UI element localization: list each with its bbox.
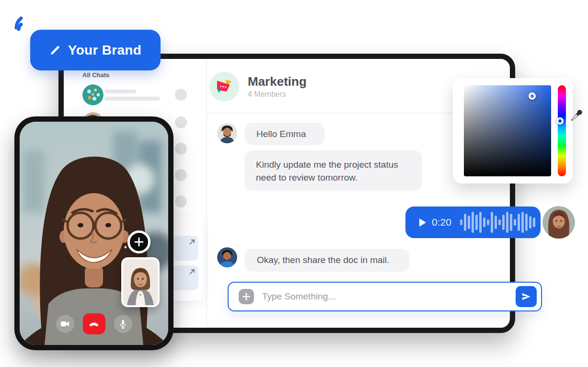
waveform-bar bbox=[498, 219, 501, 225]
waveform-bar bbox=[483, 218, 485, 227]
message-composer bbox=[228, 282, 542, 311]
waveform-bar bbox=[533, 218, 535, 227]
megaphone-logo-icon bbox=[215, 77, 234, 96]
waveform-bar bbox=[529, 216, 531, 229]
hue-slider[interactable] bbox=[558, 85, 566, 176]
waveform-bar bbox=[510, 214, 512, 231]
marketing-hero: All Chats bbox=[0, 0, 588, 367]
waveform-bar bbox=[475, 215, 478, 230]
message-bubble: Kindly update me the project status need… bbox=[244, 150, 422, 191]
mic-toggle-button[interactable] bbox=[114, 315, 132, 333]
waveform-bar bbox=[479, 212, 482, 233]
waveform-bar bbox=[464, 214, 466, 231]
voice-waveform bbox=[460, 212, 535, 233]
send-icon bbox=[521, 291, 531, 302]
channel-title: Marketing bbox=[248, 74, 307, 89]
your-brand-button[interactable]: Your Brand bbox=[30, 30, 161, 70]
chat-badge-placeholder bbox=[175, 89, 187, 101]
waveform-bar bbox=[472, 212, 474, 233]
voice-message-bubble[interactable]: 0:20 bbox=[405, 206, 541, 238]
chat-badge-placeholder bbox=[175, 143, 187, 155]
chat-list-item[interactable] bbox=[77, 84, 195, 111]
plus-icon bbox=[242, 293, 250, 300]
saturation-selector[interactable] bbox=[529, 92, 536, 100]
self-video bbox=[123, 259, 158, 305]
waveform-bar bbox=[521, 212, 524, 233]
sender-avatar bbox=[217, 247, 237, 267]
camera-toggle-button[interactable] bbox=[56, 315, 74, 333]
hangup-button[interactable] bbox=[83, 313, 105, 334]
send-button[interactable] bbox=[516, 286, 537, 307]
chat-badge-placeholder bbox=[175, 169, 187, 181]
eyedropper-icon[interactable] bbox=[565, 107, 585, 129]
sender-avatar bbox=[217, 123, 237, 143]
call-controls bbox=[20, 313, 168, 334]
channel-member-count: 4 Members bbox=[248, 90, 286, 99]
group-avatar bbox=[82, 84, 104, 105]
plus-icon bbox=[134, 237, 144, 247]
add-participant-button[interactable] bbox=[127, 230, 150, 253]
waveform-bar bbox=[506, 212, 508, 233]
self-view-tile[interactable] bbox=[121, 257, 160, 307]
chat-badge-placeholder bbox=[175, 116, 187, 128]
chat-preview-placeholder bbox=[104, 97, 160, 101]
message-bubble: Okay, then share the doc in mail. bbox=[244, 249, 409, 272]
chat-badge-placeholder bbox=[175, 195, 187, 207]
hangup-phone-icon bbox=[88, 319, 100, 329]
attach-button[interactable] bbox=[239, 289, 254, 304]
waveform-bar bbox=[502, 215, 505, 230]
waveform-bar bbox=[518, 214, 520, 231]
pencil-icon bbox=[49, 45, 61, 56]
sender-avatar bbox=[542, 206, 575, 239]
phone-mockup bbox=[14, 116, 173, 350]
waveform-bar bbox=[495, 216, 497, 229]
saturation-area[interactable] bbox=[464, 85, 551, 176]
expand-icon bbox=[189, 269, 195, 275]
waveform-bar bbox=[487, 219, 489, 225]
chat-name-placeholder bbox=[104, 90, 136, 93]
waveform-bar bbox=[525, 214, 528, 231]
brand-label: Your Brand bbox=[68, 43, 141, 58]
waveform-bar bbox=[460, 219, 462, 225]
channel-logo bbox=[209, 72, 239, 102]
sidebar-divider bbox=[206, 59, 207, 327]
hue-selector[interactable] bbox=[556, 117, 564, 125]
video-camera-icon bbox=[60, 320, 69, 328]
expand-icon bbox=[189, 240, 195, 245]
waveform-bar bbox=[514, 219, 516, 226]
color-picker-panel bbox=[453, 78, 573, 184]
message-bubble: Hello Emma bbox=[244, 123, 324, 145]
voice-duration: 0:20 bbox=[432, 217, 451, 228]
message-input[interactable] bbox=[262, 291, 516, 302]
waveform-bar bbox=[468, 216, 470, 229]
play-icon[interactable] bbox=[419, 218, 426, 227]
microphone-icon bbox=[119, 320, 127, 329]
sidebar-title: All Chats bbox=[82, 71, 109, 79]
waveform-bar bbox=[491, 212, 493, 233]
